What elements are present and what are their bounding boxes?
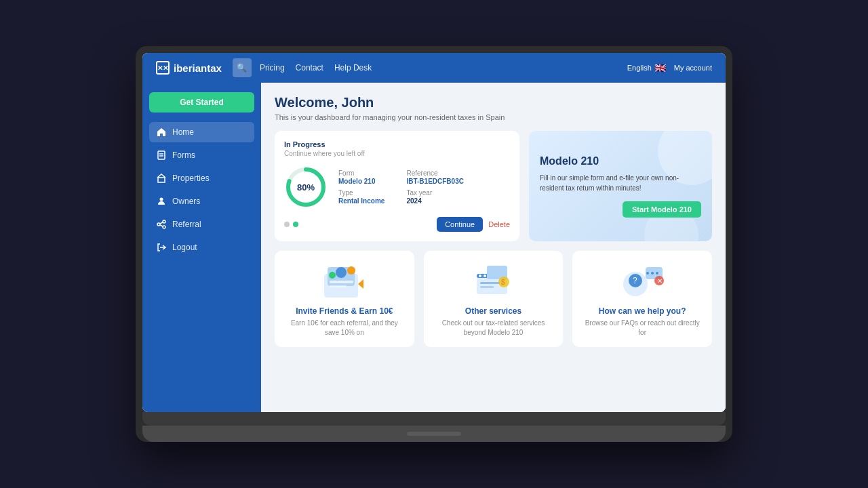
modelo-banner-title: Modelo 210 xyxy=(540,155,701,167)
referral-icon xyxy=(156,219,167,230)
welcome-title: Welcome, John xyxy=(275,95,712,110)
svg-line-8 xyxy=(160,222,163,224)
nav-contact[interactable]: Contact xyxy=(296,63,323,73)
delete-button[interactable]: Delete xyxy=(488,220,510,228)
home-icon xyxy=(156,127,167,138)
continue-button[interactable]: Continue xyxy=(437,217,483,232)
in-progress-tag: In Progress xyxy=(284,140,510,148)
form-value[interactable]: Modelo 210 xyxy=(338,178,395,185)
svg-point-34 xyxy=(651,272,654,274)
services-desc: Check out our tax-related services beyon… xyxy=(433,319,554,338)
language-label: English xyxy=(627,64,652,72)
sidebar-item-forms[interactable]: Forms xyxy=(149,145,254,165)
help-desc: Browse our FAQs or reach out directly fo… xyxy=(582,319,703,338)
nav-helpdesk[interactable]: Help Desk xyxy=(334,63,372,73)
invite-title: Invite Friends & Earn 10€ xyxy=(296,306,393,316)
sidebar-label-owners: Owners xyxy=(172,197,200,206)
reference-label-group: Reference IBT-B1EDCFB03C xyxy=(406,169,463,185)
card-actions: Continue Delete xyxy=(284,217,510,232)
svg-point-24 xyxy=(479,274,481,277)
carousel-dots xyxy=(284,222,298,227)
svg-point-5 xyxy=(157,223,160,226)
laptop-base xyxy=(142,412,726,426)
tax-year-label-group: Tax year 2024 xyxy=(406,189,463,205)
sidebar-item-owners[interactable]: Owners xyxy=(149,191,254,211)
welcome-subtitle: This is your dashboard for managing your… xyxy=(275,113,712,121)
dot-2[interactable] xyxy=(293,222,298,227)
tax-year-label: Tax year xyxy=(406,189,463,197)
logo-text: iberiantax xyxy=(174,62,222,74)
laptop-frame: ✕✕ iberiantax 🔍 Pricing Contact Help Des… xyxy=(136,46,732,442)
svg-point-6 xyxy=(163,220,165,223)
in-progress-card: In Progress Continue where you left off … xyxy=(275,131,519,241)
action-buttons: Continue Delete xyxy=(437,217,510,232)
get-started-button[interactable]: Get Started xyxy=(149,92,254,113)
reference-value[interactable]: IBT-B1EDCFB03C xyxy=(406,178,463,185)
language-button[interactable]: English 🇬🇧 xyxy=(627,62,666,73)
bottom-cards-row: Invite Friends & Earn 10€ Earn 10€ for e… xyxy=(275,251,712,347)
type-value[interactable]: Rental Income xyxy=(338,197,395,205)
nav-pricing[interactable]: Pricing xyxy=(260,63,285,73)
sidebar: Get Started Home Forms xyxy=(142,83,261,412)
svg-point-17 xyxy=(329,272,336,279)
reference-label: Reference xyxy=(406,169,463,177)
logout-icon xyxy=(156,242,167,253)
invite-desc: Earn 10€ for each referral, and they sav… xyxy=(284,319,405,338)
svg-text:$: $ xyxy=(501,279,505,286)
invite-card: Invite Friends & Earn 10€ Earn 10€ for e… xyxy=(275,251,414,347)
other-services-card: $ Other services Check out our tax-relat… xyxy=(424,251,564,347)
modelo-banner-desc: Fill in our simple form and e-file your … xyxy=(540,173,701,193)
svg-line-9 xyxy=(160,225,163,226)
svg-rect-3 xyxy=(158,178,165,182)
svg-point-35 xyxy=(656,272,658,274)
help-illustration: ? ✕ xyxy=(615,260,669,301)
sidebar-item-logout[interactable]: Logout xyxy=(149,237,254,258)
form-label: Form xyxy=(338,169,395,177)
logo-icon: ✕✕ xyxy=(156,61,170,75)
logo: ✕✕ iberiantax xyxy=(156,61,222,75)
sidebar-item-properties[interactable]: Properties xyxy=(149,168,254,188)
header-nav: Pricing Contact Help Desk xyxy=(260,63,627,73)
svg-rect-27 xyxy=(480,286,494,288)
type-label-group: Type Rental Income xyxy=(338,189,395,205)
svg-text:✕: ✕ xyxy=(657,277,663,285)
svg-rect-18 xyxy=(330,281,353,283)
svg-rect-19 xyxy=(330,285,347,287)
laptop-chin-bar xyxy=(407,432,461,436)
svg-point-36 xyxy=(646,272,649,274)
sidebar-item-home[interactable]: Home xyxy=(149,122,254,142)
sidebar-label-logout: Logout xyxy=(172,243,197,252)
svg-point-15 xyxy=(336,267,347,278)
search-icon[interactable]: 🔍 xyxy=(233,58,252,77)
flag-icon: 🇬🇧 xyxy=(654,62,666,73)
svg-text:?: ? xyxy=(633,276,637,285)
modelo-banner: Modelo 210 Fill in our simple form and e… xyxy=(529,131,712,241)
forms-icon xyxy=(156,150,167,161)
my-account-link[interactable]: My account xyxy=(674,64,712,72)
help-title: How can we help you? xyxy=(599,306,686,316)
main-content: Welcome, John This is your dashboard for… xyxy=(261,83,726,412)
progress-circle: 80% xyxy=(284,165,328,209)
start-modelo-button[interactable]: Start Modelo 210 xyxy=(623,201,701,218)
sidebar-item-referral[interactable]: Referral xyxy=(149,214,254,235)
dot-1[interactable] xyxy=(284,222,290,227)
laptop-screen: ✕✕ iberiantax 🔍 Pricing Contact Help Des… xyxy=(142,53,726,412)
progress-row: 80% Form Modelo 210 Reference xyxy=(284,165,510,209)
progress-label: 80% xyxy=(297,182,315,192)
header: ✕✕ iberiantax 🔍 Pricing Contact Help Des… xyxy=(142,53,726,83)
services-title: Other services xyxy=(465,306,521,316)
help-card: ? ✕ How can we help you? Br xyxy=(572,251,712,347)
svg-point-16 xyxy=(347,266,355,274)
form-info: Form Modelo 210 Reference IBT-B1EDCFB03C… xyxy=(338,169,464,205)
properties-icon xyxy=(156,173,167,184)
app-container: ✕✕ iberiantax 🔍 Pricing Contact Help Des… xyxy=(142,53,726,412)
svg-marker-20 xyxy=(358,279,363,289)
form-label-group: Form Modelo 210 xyxy=(338,169,395,185)
svg-rect-0 xyxy=(158,151,165,159)
main-layout: Get Started Home Forms xyxy=(142,83,726,412)
sidebar-label-referral: Referral xyxy=(172,220,201,229)
services-illustration: $ xyxy=(467,260,521,301)
svg-point-7 xyxy=(163,226,165,228)
header-right: English 🇬🇧 My account xyxy=(627,62,712,73)
sidebar-label-forms: Forms xyxy=(172,150,195,160)
